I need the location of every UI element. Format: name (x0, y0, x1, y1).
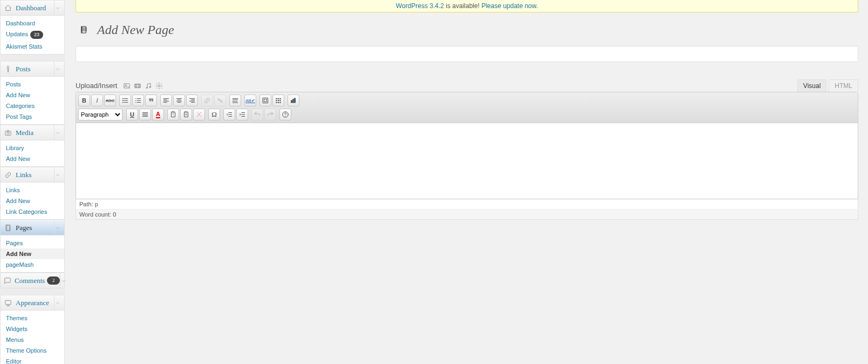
submenu-item-posts[interactable]: Posts (1, 79, 64, 90)
justify-button[interactable] (139, 109, 151, 120)
submenu-item-linkcats[interactable]: Link Categories (1, 206, 64, 217)
submenu-item-links[interactable]: Links (1, 185, 64, 196)
link-icon (4, 171, 12, 179)
indent-button[interactable] (236, 109, 248, 120)
submenu-item-tags[interactable]: Post Tags (1, 111, 64, 122)
svg-rect-14 (263, 98, 268, 103)
submenu-item-themeopt[interactable]: Theme Options (1, 345, 64, 356)
help-button[interactable] (279, 109, 291, 120)
svg-rect-20 (278, 100, 279, 101)
page-icon (76, 21, 93, 38)
more-button[interactable] (229, 95, 241, 106)
comment-icon (4, 277, 11, 285)
menu-appearance[interactable]: Appearance (0, 295, 65, 311)
chevron-down-icon[interactable] (54, 1, 61, 15)
menu-label: Dashboard (16, 4, 46, 12)
svg-rect-9 (135, 84, 141, 87)
submenu-item-pagemash[interactable]: pageMash (1, 259, 64, 270)
submenu-item-widgets[interactable]: Widgets (1, 323, 64, 334)
chevron-down-icon[interactable] (54, 220, 61, 235)
submenu-item-akismet[interactable]: Akismet Stats (1, 41, 64, 52)
menu-label: Pages (16, 224, 32, 232)
tab-html[interactable]: HTML (829, 79, 858, 92)
chevron-down-icon[interactable] (60, 273, 67, 288)
submenu-item-pages[interactable]: Pages (1, 238, 64, 248)
chevron-down-icon[interactable] (54, 167, 61, 182)
quote-button[interactable] (145, 95, 157, 106)
paste-word-button[interactable]: W (180, 109, 192, 120)
insert-audio-icon[interactable] (144, 82, 153, 90)
submenu-item-categories[interactable]: Categories (1, 100, 64, 111)
wordpress-version-link[interactable]: WordPress 3.4.2 (396, 2, 444, 10)
menu-comments[interactable]: Comments2 (0, 273, 65, 288)
svg-rect-23 (278, 102, 279, 103)
link-button (201, 95, 213, 106)
media-row: Upload/Insert Visual HTML (76, 79, 858, 92)
svg-rect-16 (276, 98, 277, 99)
menu-pages[interactable]: Pages (0, 220, 65, 235)
redo-button (264, 109, 276, 120)
text-color-button[interactable]: A (152, 109, 164, 120)
remove-format-button[interactable] (193, 109, 205, 120)
submenu-item-addnew[interactable]: Add New (1, 90, 64, 100)
submenu-item-updates[interactable]: Updates23 (1, 29, 64, 41)
admin-menu: DashboardDashboardUpdates23Akismet Stats… (0, 0, 65, 364)
fullscreen-button[interactable] (259, 95, 271, 106)
svg-rect-27 (295, 98, 296, 103)
menu-label: Appearance (16, 299, 49, 307)
insert-other-icon[interactable] (155, 82, 163, 90)
editor-toolbar: BIABCAB✔ ParagraphUATWΩ (76, 92, 858, 123)
submenu-item-library[interactable]: Library (1, 143, 64, 153)
svg-rect-17 (278, 98, 279, 99)
svg-rect-22 (276, 102, 277, 103)
svg-rect-29 (172, 111, 174, 112)
menu-posts[interactable]: Posts (0, 61, 65, 77)
page-title-wrap: Add New Page (76, 21, 858, 38)
spell-button[interactable]: AB✔ (244, 95, 256, 106)
insert-image-icon[interactable] (122, 82, 131, 90)
ul-button[interactable] (119, 95, 131, 106)
menu-links[interactable]: Links (0, 167, 65, 183)
ol-button[interactable] (132, 95, 144, 106)
count-badge: 23 (30, 31, 43, 39)
underline-button[interactable]: U (126, 109, 138, 120)
submenu-item-addnew[interactable]: Add New (1, 196, 64, 206)
submenu-item-dashboard[interactable]: Dashboard (1, 18, 64, 29)
insert-video-icon[interactable] (133, 82, 142, 90)
strike-button[interactable]: ABC (104, 95, 116, 106)
svg-point-10 (159, 85, 161, 87)
page-title: Add New Page (97, 23, 174, 37)
svg-text:T: T (173, 113, 174, 116)
submenu-item-addnew[interactable]: Add New (1, 153, 64, 164)
chevron-down-icon[interactable] (54, 125, 61, 140)
paste-text-button[interactable]: T (167, 109, 179, 120)
submenu-item-editor[interactable]: Editor (1, 356, 64, 364)
title-input[interactable] (76, 46, 858, 62)
format-select[interactable]: Paragraph (78, 109, 122, 120)
char-map-button[interactable]: Ω (208, 109, 220, 120)
align-center-button[interactable] (173, 95, 185, 106)
update-now-link[interactable]: Please update now (481, 2, 536, 10)
chevron-down-icon[interactable] (54, 62, 61, 76)
menu-media[interactable]: Media (0, 125, 65, 140)
menu-dashboard[interactable]: Dashboard (0, 0, 65, 16)
kitchen-sink-button[interactable] (272, 95, 284, 106)
menu-label: Links (16, 171, 32, 179)
italic-button[interactable]: I (91, 95, 103, 106)
bold-button[interactable]: B (78, 95, 90, 106)
submenu-item-addnew[interactable]: Add New (1, 248, 64, 259)
menu-label: Comments (15, 277, 45, 285)
graph-button[interactable] (288, 95, 299, 106)
svg-rect-15 (264, 99, 267, 102)
align-right-button[interactable] (186, 95, 198, 106)
align-left-button[interactable] (160, 95, 172, 106)
menu-separator (0, 55, 65, 61)
editor-status: Path: p Word count: 0 (76, 199, 858, 220)
editor-canvas[interactable] (76, 123, 858, 199)
submenu-item-menus[interactable]: Menus (1, 334, 64, 345)
outdent-button[interactable] (223, 109, 235, 120)
tab-visual[interactable]: Visual (797, 79, 826, 92)
submenu-item-themes[interactable]: Themes (1, 313, 64, 323)
svg-point-8 (126, 84, 127, 85)
chevron-down-icon[interactable] (54, 295, 61, 310)
